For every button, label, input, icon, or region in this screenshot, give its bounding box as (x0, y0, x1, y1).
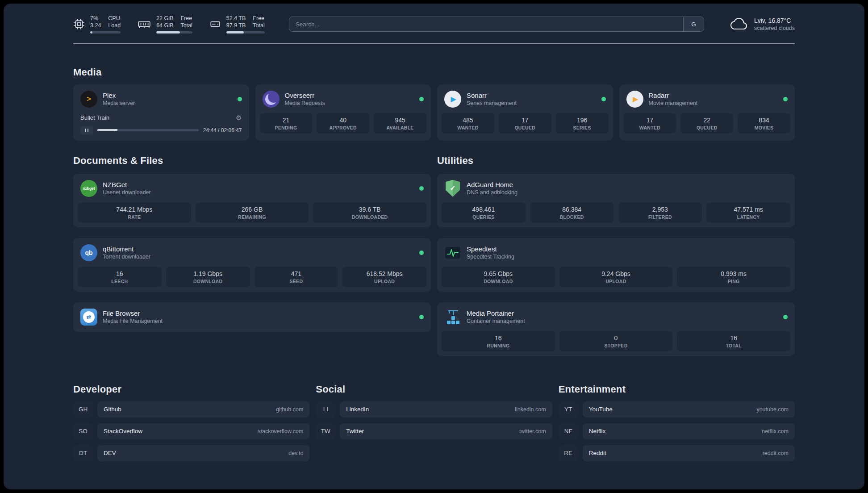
now-playing-title: Bullet Train (80, 114, 109, 121)
stat-latency: 47.571 ms LATENCY (706, 202, 790, 223)
bookmark-youtube[interactable]: YT YouTube youtube.com (559, 401, 795, 418)
bookmark-abbr: SO (73, 423, 93, 439)
stat-filtered: 2,953 FILTERED (618, 202, 702, 223)
playback-progress-fill (97, 129, 117, 131)
radarr-icon: ▶ (626, 91, 643, 108)
cloud-icon (728, 17, 749, 31)
stat-downloaded: 39.6 TB DOWNLOADED (313, 202, 426, 223)
service-name: Sonarr (467, 92, 517, 99)
section-title-utilities: Utilities (437, 155, 795, 167)
service-name: File Browser (103, 309, 163, 317)
service-card-overseerr[interactable]: Overseerr Media Requests 21 PENDING 40 A… (255, 84, 431, 141)
service-card-nzbget[interactable]: nzbget NZBGet Usenet downloader 744.21 M… (73, 174, 431, 227)
stat-stopped: 0 STOPPED (559, 331, 673, 351)
bookmark-dev[interactable]: DT DEV dev.to (73, 445, 309, 461)
bookmark-reddit[interactable]: RE Reddit reddit.com (559, 445, 795, 461)
service-name: Speedtest (467, 245, 514, 253)
stat-running: 16 RUNNING (442, 331, 555, 351)
section-title-social: Social (316, 384, 552, 395)
service-description: Speedtest Tracking (467, 254, 514, 260)
disk-progress-fill (226, 31, 244, 33)
service-description: Usenet downloader (103, 189, 151, 196)
service-card-sonarr[interactable]: ▶ Sonarr Series management 485 WANTED 17… (437, 84, 613, 141)
service-name: Media Portainer (467, 309, 525, 317)
stat-movies: 834 MOVIES (738, 113, 790, 134)
stat-pending: 21 PENDING (260, 113, 313, 134)
pause-button[interactable] (80, 126, 93, 134)
bookmark-twitter[interactable]: TW Twitter twitter.com (316, 423, 552, 439)
bookmark-group-developer: Developer GH Github github.com SO StackO… (73, 384, 309, 467)
portainer-icon (444, 309, 461, 326)
status-dot (419, 251, 424, 255)
service-name: qBittorrent (103, 245, 150, 253)
cpu-monitor: 7% 3.24 CPU Load (73, 15, 121, 33)
service-name: NZBGet (103, 181, 151, 188)
section-utilities: Utilities ✓ AdGuard Home DNS and adblock… (437, 155, 795, 356)
weather-widget[interactable]: Lviv, 16.87°C scattered clouds (728, 17, 795, 31)
bookmark-github[interactable]: GH Github github.com (73, 401, 309, 418)
stat-download: 9.65 Gbps DOWNLOAD (442, 267, 555, 287)
memory-monitor: 22 GiB 64 GiB Free Total (138, 15, 192, 33)
bookmark-netflix[interactable]: NF Netflix netflix.com (559, 423, 795, 439)
status-dot (238, 97, 242, 101)
stat-available: 945 AVAILABLE (374, 113, 426, 134)
service-card-portainer[interactable]: Media Portainer Container management 16 … (437, 302, 795, 356)
bookmark-abbr: TW (316, 423, 335, 439)
disk-progressbar (226, 31, 265, 33)
service-description: Movie management (649, 100, 698, 106)
service-name: Radarr (649, 92, 698, 99)
service-description: Series management (467, 100, 517, 106)
resource-monitors: 7% 3.24 CPU Load (73, 15, 265, 33)
bookmark-abbr: NF (559, 423, 578, 439)
status-dot (783, 97, 788, 101)
status-dot (783, 315, 788, 319)
nzbget-icon: nzbget (80, 180, 97, 197)
stat-remaining: 266 GB REMAINING (196, 202, 309, 223)
speedtest-icon (444, 244, 461, 261)
playback-progressbar[interactable] (97, 129, 199, 131)
stat-queued: 22 QUEUED (680, 113, 733, 134)
service-name: Plex (103, 92, 135, 99)
service-card-qbittorrent[interactable]: qb qBittorrent Torrent downloader 16 LEE… (73, 238, 431, 292)
bookmark-abbr: YT (559, 401, 578, 418)
stat-total: 16 TOTAL (677, 331, 790, 351)
memory-labels: Free Total (180, 15, 192, 29)
memory-progressbar (156, 31, 192, 33)
service-description: Media Requests (285, 100, 325, 106)
cpu-labels: CPU Load (108, 15, 121, 29)
disk-labels: Free Total (253, 15, 264, 29)
stat-leech: 16 LEECH (78, 267, 162, 287)
stat-seed: 471 SEED (255, 267, 338, 287)
service-description: Media File Management (103, 318, 163, 324)
cpu-progress-fill (90, 31, 92, 33)
stat-rate: 744.21 Mbps RATE (78, 202, 191, 223)
service-description: DNS and adblocking (467, 189, 517, 196)
now-playing-widget: Bullet Train ⚙ 24:44 / 02:06:47 (78, 113, 245, 136)
stat-upload: 618.52 Mbps UPLOAD (342, 267, 426, 287)
stat-upload: 9.24 Gbps UPLOAD (559, 267, 673, 287)
service-card-filebrowser[interactable]: ⇄ File Browser Media File Management (73, 302, 431, 332)
service-card-radarr[interactable]: ▶ Radarr Movie management 17 WANTED 22 Q… (619, 84, 795, 141)
status-dot (601, 97, 606, 101)
bookmark-group-social: Social LI LinkedIn linkedin.com TW Twitt… (316, 384, 552, 445)
search-input[interactable] (289, 17, 683, 31)
service-description: Torrent downloader (103, 254, 150, 260)
weather-location: Lviv, 16.87°C (754, 17, 795, 24)
service-card-adguard[interactable]: ✓ AdGuard Home DNS and adblocking 498,46… (437, 174, 795, 227)
stat-approved: 40 APPROVED (317, 113, 369, 134)
disk-values: 52.4 TB 97.9 TB (226, 15, 246, 29)
search-provider-button[interactable]: G (683, 17, 704, 31)
service-description: Container management (467, 318, 525, 324)
bookmark-linkedin[interactable]: LI LinkedIn linkedin.com (316, 401, 552, 418)
service-name: Overseerr (285, 92, 325, 99)
bookmark-stackoverflow[interactable]: SO StackOverflow stackoverflow.com (73, 423, 309, 439)
service-description: Media server (103, 100, 135, 106)
weather-condition: scattered clouds (754, 25, 795, 31)
section-title-documents: Documents & Files (73, 155, 431, 167)
disk-icon (209, 18, 221, 30)
service-card-speedtest[interactable]: Speedtest Speedtest Tracking 9.65 Gbps D… (437, 238, 795, 292)
search-bar: G (289, 17, 704, 32)
plex-icon: > (80, 91, 97, 108)
gear-icon[interactable]: ⚙ (236, 114, 242, 122)
service-card-plex[interactable]: > Plex Media server Bullet Train ⚙ (73, 84, 249, 141)
